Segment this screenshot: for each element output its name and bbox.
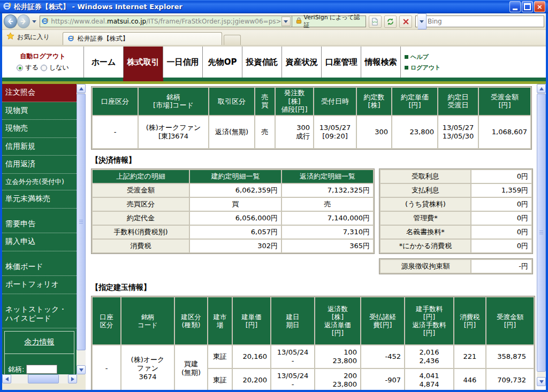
ie-logo-icon <box>3 2 11 12</box>
sidebar-item-order-inquiry[interactable]: 注文照会 <box>2 84 77 102</box>
sidebar-item-cash-buy[interactable]: 現物買 <box>2 102 77 120</box>
withholding-row: 源泉徴収拘束額-円 <box>380 260 531 273</box>
sidebar-tools-box: 余力情報 銘柄: 銘柄検索 <box>4 331 74 374</box>
new-tab-stub[interactable] <box>224 35 241 45</box>
order-table: 口座区分 銘柄 [市場]コード 取引区分 売買 発注数 [株] 値段[円] 受付… <box>91 86 532 150</box>
help-link[interactable]: ヘルプ <box>405 53 459 61</box>
scrollbar-thumb[interactable] <box>28 374 59 383</box>
sidebar-gap <box>2 294 77 301</box>
scroll-down-button[interactable] <box>537 377 546 386</box>
sidebar-menu: 注文照会 現物買 現物売 信用新規 信用返済 立会外分売(受付中) 単元未満株売… <box>2 84 77 374</box>
settlement-row: 手数料(消費税別) 6,057円 7,310円 <box>93 226 373 239</box>
scrollbar-thumb[interactable] <box>77 94 86 350</box>
fees-table: 受取利息0円 支払利息1,359円 (うち貸株料)0円 管理費*0円 名義書換料… <box>379 168 533 254</box>
title-bar: 松井証券【株式】 - Windows Internet Explorer × <box>0 0 548 13</box>
auto-logout-on-radio[interactable] <box>17 65 23 71</box>
scrollbar-corner <box>77 374 86 390</box>
window-title: 松井証券【株式】 - Windows Internet Explorer <box>14 2 508 12</box>
fees-column: 受取利息0円 支払利息1,359円 (うち貸株料)0円 管理費*0円 名義書換料… <box>379 168 533 274</box>
scroll-left-button[interactable] <box>2 374 11 383</box>
scroll-up-button[interactable] <box>77 84 86 93</box>
nav-utility-links: ヘルプ ログアウト <box>400 47 459 78</box>
tab-title: 松井証券【株式】 <box>78 34 129 43</box>
security-certificate-badge[interactable]: VeriSign によって認証 <box>292 16 366 27</box>
refresh-button[interactable] <box>384 16 397 28</box>
auto-logout-on-label[interactable]: する <box>25 63 39 72</box>
margin-power-link[interactable]: 余力情報 <box>5 332 74 354</box>
nav-tab-stock-trading[interactable]: 株式取引 <box>123 47 163 78</box>
history-dropdown-icon[interactable] <box>32 20 36 23</box>
symbol-search-row: 銘柄: <box>5 354 74 374</box>
browser-toolbar: https://www.deal.matsui.co.jp/ITS/frame/… <box>2 13 546 30</box>
sidebar-horizontal-scrollbar[interactable] <box>2 374 77 383</box>
sidebar-gap <box>2 209 77 216</box>
nav-underline-strip <box>2 78 546 81</box>
frame-body: 注文照会 現物買 現物売 信用新規 信用返済 立会外分売(受付中) 単元未満株売… <box>2 84 546 390</box>
auto-logout-control: 自動ログアウト する しない <box>2 47 83 78</box>
url-dropdown-button[interactable] <box>281 17 291 26</box>
scroll-up-button[interactable] <box>537 84 546 93</box>
settlement-row: 売買区分 買 売 <box>93 198 373 211</box>
address-bar[interactable]: https://www.deal.matsui.co.jp/ITS/frame/… <box>40 16 292 27</box>
active-tab-indicator <box>123 78 163 81</box>
search-input[interactable] <box>428 18 542 25</box>
sidebar-item-offhours-distribution[interactable]: 立会外分売(受付中) <box>2 174 77 191</box>
sidebar-item-cash-sell[interactable]: 現物売 <box>2 120 77 138</box>
auto-logout-off-radio[interactable] <box>41 65 47 71</box>
auto-logout-off-label[interactable]: しない <box>49 63 69 72</box>
sidebar-gap <box>2 251 77 258</box>
symbol-label: 銘柄: <box>8 365 24 374</box>
nav-tab-info-search[interactable]: 情報検索 <box>361 47 400 78</box>
tab-bar: お気に入り 松井証券【株式】 <box>2 30 546 45</box>
nav-tab-assets[interactable]: 資産状況 <box>281 47 321 78</box>
symbol-input[interactable] <box>26 365 57 374</box>
settlement-section: 上記約定の明細 建約定明細一覧 返済約定明細一覧 受渡金額 6,062,359円… <box>91 168 537 274</box>
main-content: 口座区分 銘柄 [市場]コード 取引区分 売買 発注数 [株] 値段[円] 受付… <box>86 84 537 390</box>
search-dropdown-button[interactable] <box>417 13 427 29</box>
settlement-header-row: 上記約定の明細 建約定明細一覧 返済約定明細一覧 <box>93 170 373 183</box>
auto-logout-label: 自動ログアウト <box>20 52 65 61</box>
content-vertical-scrollbar[interactable] <box>537 84 546 386</box>
settlement-row: 約定代金 6,056,000円 7,140,000円 <box>93 212 373 225</box>
settlement-detail-table: 上記約定の明細 建約定明細一覧 返済約定明細一覧 受渡金額 6,062,359円… <box>91 168 375 254</box>
nav-tab-day-margin[interactable]: 一日信用 <box>163 47 202 78</box>
nav-tab-mutual-funds[interactable]: 投資信託 <box>242 47 281 78</box>
fee-row: (うち貸株料)0円 <box>380 198 531 211</box>
back-button[interactable] <box>4 14 17 28</box>
maximize-button[interactable] <box>522 1 533 12</box>
sidebar-item-purchase-application[interactable]: 購入申込 <box>2 233 77 251</box>
nav-tab-home[interactable]: ホーム <box>83 47 123 78</box>
sidebar-item-demand-declaration[interactable]: 需要申告 <box>2 216 77 234</box>
sidebar-item-netstock-hispeed[interactable]: ネットストック・ハイスピード <box>2 301 77 328</box>
sidebar-item-margin-new[interactable]: 信用新規 <box>2 138 77 156</box>
nav-tab-futures-op[interactable]: 先物OP <box>202 47 242 78</box>
positions-table: 口座 区分 銘柄 コード 建区分 (種類) 建市 場 建単価 [円] 建日 期日… <box>91 296 535 390</box>
scroll-down-button[interactable] <box>77 365 86 374</box>
fee-row: 管理費*0円 <box>380 212 531 225</box>
scrollbar-thumb[interactable] <box>537 94 546 372</box>
close-button[interactable]: × <box>534 1 545 12</box>
compatibility-view-button[interactable] <box>369 16 382 28</box>
favorites-button[interactable]: お気に入り <box>2 32 55 45</box>
favorites-label: お気に入り <box>17 33 50 42</box>
sidebar-item-margin-repay[interactable]: 信用返済 <box>2 156 77 174</box>
browser-tab[interactable]: 松井証券【株式】 <box>63 32 222 45</box>
fee-row: *にかかる消費税0円 <box>380 240 531 252</box>
lock-icon <box>296 17 302 26</box>
minimize-button[interactable] <box>509 1 521 12</box>
forward-button[interactable] <box>17 14 31 28</box>
site-top-nav: 自動ログアウト する しない ホーム 株式取引 一日信用 先物OP 投資信託 資… <box>2 47 546 78</box>
nav-tab-account[interactable]: 口座管理 <box>321 47 361 78</box>
scroll-right-button[interactable] <box>68 374 77 383</box>
sidebar-item-portfolio[interactable]: ポートフォリオ <box>2 276 77 294</box>
stop-button[interactable] <box>399 16 412 28</box>
page-favicon-icon <box>41 17 49 27</box>
settlement-section-title: 【決済情報】 <box>91 156 537 165</box>
logout-link[interactable]: ログアウト <box>405 64 459 72</box>
sidebar-item-odd-lot-sell[interactable]: 単元未満株売 <box>2 190 77 209</box>
tab-favicon-icon <box>67 35 74 43</box>
settlement-row: 受渡金額 6,062,359円 7,132,325円 <box>93 184 373 197</box>
sidebar-vertical-scrollbar[interactable] <box>77 84 86 374</box>
page-content: 自動ログアウト する しない ホーム 株式取引 一日信用 先物OP 投資信託 資… <box>2 47 546 390</box>
sidebar-item-price-board[interactable]: 株価ボード <box>2 258 77 276</box>
